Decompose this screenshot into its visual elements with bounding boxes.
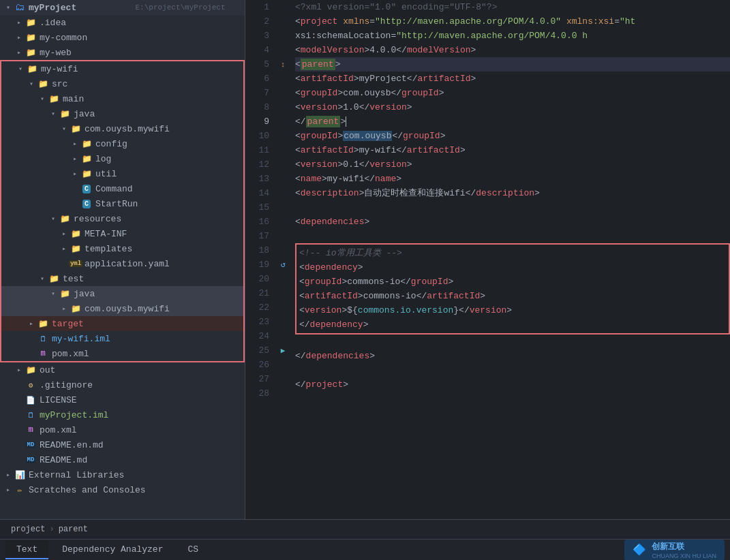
sidebar-item-my-wifi[interactable]: 📁 my-wifi — [1, 61, 243, 76]
code-line-3: xsi:schemaLocation="http://maven.apache.… — [295, 29, 730, 43]
editor-body: 1 2 3 4 5 6 7 8 9 10 11 12 13 14 15 16 1… — [245, 0, 730, 519]
label-gitignore: .gitignore — [40, 380, 239, 390]
sidebar-item-license[interactable]: 📄 LICENSE — [0, 392, 245, 407]
label-test-java: java — [74, 289, 238, 299]
folder-icon-templates: 📁 — [70, 243, 82, 254]
code-line-12: <version>0.1</version> — [295, 157, 730, 172]
arrow-meta-inf — [59, 226, 70, 241]
sidebar-item-config[interactable]: 📁 config — [1, 136, 243, 151]
sidebar-item-log[interactable]: 📁 log — [1, 151, 243, 166]
gutter-19[interactable]: ↺ — [276, 258, 290, 272]
folder-icon-out: 📁 — [25, 364, 37, 375]
label-my-wifi-iml: my-wifi.iml — [52, 334, 238, 344]
sidebar-item-my-wifi-iml[interactable]: 🗒 my-wifi.iml — [1, 331, 243, 346]
code-line-21: <artifactId>commons-io</artifactId> — [299, 289, 726, 303]
code-line-16: <dependencies> — [295, 215, 730, 229]
gutter-18 — [276, 243, 290, 258]
arrow-com-ouysb-test — [59, 301, 70, 316]
arrow-com-ouysb — [59, 121, 70, 136]
sidebar-item-main[interactable]: 📁 main — [1, 91, 243, 106]
sidebar-item-command[interactable]: C Command — [1, 181, 243, 196]
line-num-5: 5 — [245, 57, 269, 72]
line-num-24: 24 — [245, 329, 269, 343]
sidebar-item-myproject-iml[interactable]: 🗒 myProject.iml — [0, 407, 245, 422]
arrow-command — [70, 181, 80, 196]
label-target: target — [52, 319, 238, 329]
fold-marker-25[interactable]: ▶ — [281, 346, 286, 355]
sidebar-item-com-ouysb[interactable]: 📁 com.ouysb.mywifi — [1, 121, 243, 136]
sidebar-item-com-ouysb-test[interactable]: 📁 com.ouysb.mywifi — [1, 301, 243, 316]
line-num-21: 21 — [245, 286, 269, 300]
line-num-9: 9 — [245, 114, 269, 129]
arrow-config — [70, 136, 80, 151]
project-path: E:\project\myProject — [136, 3, 240, 12]
code-line-20: <groupId>commons-io</groupId> — [299, 275, 726, 289]
breadcrumb-sep: › — [49, 525, 54, 534]
sidebar-item-application-yaml[interactable]: yml application.yaml — [1, 256, 243, 271]
label-com-ouysb: com.ouysb.mywifi — [85, 124, 238, 134]
dependency-box: <!-- io常用工具类 --> <dependency> <groupId>c… — [295, 243, 730, 335]
watermark-line2: CHUANG XIN HU LIAN — [652, 553, 716, 559]
gutter-17 — [276, 229, 290, 243]
sidebar-item-project-root[interactable]: 🗂 myProject E:\project\myProject — [0, 0, 245, 15]
sidebar-item-readme[interactable]: MD README.md — [0, 452, 245, 467]
sidebar-item-test[interactable]: 📁 test — [1, 271, 243, 286]
code-line-14: <description>自动定时检查和连接wifi</description> — [295, 186, 730, 200]
gutter-12 — [276, 157, 290, 172]
gutter-25[interactable]: ▶ — [276, 343, 290, 358]
folder-icon-com-ouysb: 📁 — [70, 123, 82, 134]
editor-code[interactable]: <?xml version="1.0" encoding="UTF-8"?> <… — [290, 0, 730, 519]
pom-icon-wifi: m — [37, 348, 49, 359]
sidebar-item-readme-en[interactable]: MD README.en.md — [0, 437, 245, 452]
sidebar-item-my-web[interactable]: 📁 my-web — [0, 45, 245, 60]
my-wifi-section: 📁 my-wifi 📁 src 📁 main 📁 java — [0, 60, 245, 362]
gutter-5[interactable]: ↕ — [276, 57, 290, 72]
sidebar-item-meta-inf[interactable]: 📁 META-INF — [1, 226, 243, 241]
tab-text[interactable]: Text — [5, 540, 48, 559]
tab-dependency[interactable]: Dependency Analyzer — [51, 540, 174, 559]
sidebar-item-startrun[interactable]: C StartRun — [1, 196, 243, 211]
folder-icon-test-java: 📁 — [59, 288, 71, 299]
folder-icon-src: 📁 — [37, 78, 49, 89]
sidebar-item-java[interactable]: 📁 java — [1, 106, 243, 121]
sidebar-item-pom-wifi[interactable]: m pom.xml — [1, 346, 243, 361]
sidebar-item-util[interactable]: 📁 util — [1, 166, 243, 181]
sidebar-item-my-common[interactable]: 📁 my-common — [0, 30, 245, 45]
sidebar-item-root-pom[interactable]: m pom.xml — [0, 422, 245, 437]
sidebar-item-target[interactable]: 📁 target — [1, 316, 243, 331]
sidebar-item-external-libs[interactable]: 📊 External Libraries — [0, 467, 245, 482]
sidebar-item-gitignore[interactable]: ⚙ .gitignore — [0, 377, 245, 392]
label-my-common: my-common — [40, 33, 239, 43]
line-num-15: 15 — [245, 200, 269, 215]
bottom-area: project › parent Text Dependency Analyze… — [0, 519, 730, 560]
breadcrumb-parent: parent — [59, 525, 88, 534]
sidebar-item-templates[interactable]: 📁 templates — [1, 241, 243, 256]
sidebar-item-idea[interactable]: 📁 .idea — [0, 15, 245, 30]
tab-cs[interactable]: CS — [177, 540, 209, 559]
sidebar-item-scratches[interactable]: ✏️ Scratches and Consoles — [0, 482, 245, 497]
sidebar-item-out[interactable]: 📁 out — [0, 362, 245, 377]
arrow-java — [48, 106, 59, 121]
sidebar-item-test-java[interactable]: 📁 java — [1, 286, 243, 301]
code-line-4: <modelVersion>4.0.0</modelVersion> — [295, 43, 730, 57]
line-num-23: 23 — [245, 315, 269, 329]
label-main: main — [63, 94, 238, 104]
arrow-main — [37, 91, 48, 106]
code-line-10: <groupId>com.ouysb</groupId> — [295, 129, 730, 143]
gutter-20 — [276, 272, 290, 286]
watermark-text: 创新互联 CHUANG XIN HU LIAN — [652, 541, 716, 559]
pom-icon-root: m — [25, 424, 37, 435]
ext-libs-icon: 📊 — [14, 469, 26, 480]
code-line-8: <version>1.0</version> — [295, 100, 730, 114]
arrow-out — [14, 362, 25, 377]
label-readme-en: README.en.md — [40, 440, 239, 450]
arrow-src — [26, 76, 37, 91]
sidebar-item-resources[interactable]: 📁 resources — [1, 211, 243, 226]
folder-icon-com-ouysb-test: 📁 — [70, 303, 82, 314]
line-num-2: 2 — [245, 14, 269, 29]
sidebar-item-src[interactable]: 📁 src — [1, 76, 243, 91]
arrow-external-libs — [3, 467, 14, 482]
arrow-readme-en — [14, 437, 25, 452]
fold-marker-5[interactable]: ↕ — [281, 61, 286, 69]
watermark: 🔷 创新互联 CHUANG XIN HU LIAN — [624, 540, 725, 561]
